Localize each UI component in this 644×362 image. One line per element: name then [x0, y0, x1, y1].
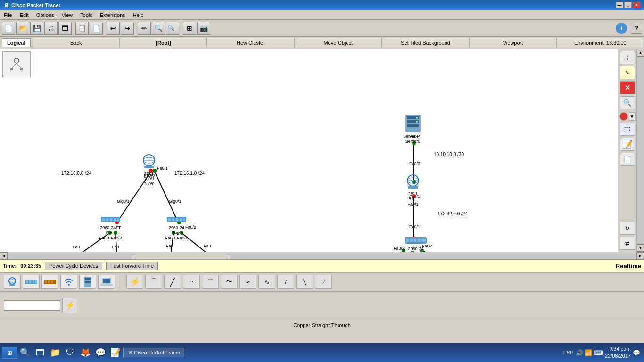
- device-switch-icon[interactable]: [23, 275, 40, 289]
- cable-lightning[interactable]: ⚡: [126, 275, 143, 289]
- flip-btn[interactable]: ⇄: [620, 237, 635, 250]
- nav-move-object[interactable]: Move Object: [295, 38, 382, 48]
- fast-forward-btn[interactable]: Fast Forward Time: [106, 262, 158, 270]
- menu-options[interactable]: Options: [34, 11, 56, 19]
- menu-help[interactable]: Help: [131, 11, 146, 19]
- taskbar-taskview[interactable]: 🗔: [33, 345, 48, 360]
- device-laptop-icon[interactable]: [98, 275, 115, 289]
- port-fa01-r2: Fa0/1: [409, 194, 420, 199]
- nav-environment[interactable]: Environment: 13:30:00: [557, 38, 644, 48]
- taskbar-word[interactable]: 📝: [108, 345, 123, 360]
- taskbar-search[interactable]: 🔍: [17, 345, 33, 360]
- port-fa01-sw2: Fa0/1: [173, 231, 184, 236]
- device-server-icon[interactable]: [79, 275, 96, 289]
- port-fa0-srv: Fa0: [409, 134, 417, 139]
- cable-wavy2[interactable]: ≈: [239, 275, 256, 289]
- select-tool-btn[interactable]: ⊹: [620, 51, 635, 64]
- scroll-track[interactable]: [637, 57, 644, 244]
- taskbar-firefox[interactable]: 🦊: [78, 345, 93, 360]
- annotate-btn[interactable]: ✎: [620, 66, 635, 79]
- toolbar: 📄 📂 💾 🖨 🗔 📋 📄 ↩ ↪ ✏ 🔍 🔍− ⊞ 📷 i ?: [0, 20, 644, 37]
- net-label-172-16-0: 172.16.0.0 /24: [61, 171, 91, 176]
- minimize-button[interactable]: —: [616, 2, 623, 8]
- menu-edit[interactable]: Edit: [18, 11, 31, 19]
- menu-view[interactable]: View: [60, 11, 75, 19]
- notification-btn[interactable]: 💬: [633, 349, 640, 356]
- nav-root[interactable]: [Root]: [120, 38, 207, 48]
- draw-btn[interactable]: ✏: [138, 22, 151, 35]
- port-fa0-l1: Fa0: [112, 245, 119, 249]
- cable-straight[interactable]: ╱: [164, 275, 181, 289]
- delete-btn[interactable]: ✕: [620, 81, 635, 94]
- zoom-out-btn[interactable]: 🔍−: [166, 22, 179, 35]
- copy-btn[interactable]: 📋: [75, 22, 89, 35]
- hscroll-right[interactable]: ►: [636, 252, 644, 260]
- color-dot[interactable]: [619, 112, 628, 121]
- switch1[interactable]: 2960-24TTSw...Fa0/1 Fa0/2: [99, 215, 122, 240]
- taskbar-packet-tracer[interactable]: 🖥 Cisco Packet Tracer: [123, 348, 184, 357]
- cable-curved[interactable]: ⌒: [145, 275, 162, 289]
- menu-file[interactable]: File: [2, 11, 14, 19]
- cable-zigzag[interactable]: ∿: [258, 275, 275, 289]
- cable-dotted[interactable]: ∙∙: [183, 275, 200, 289]
- info-btn[interactable]: i: [616, 23, 627, 34]
- device-hub-icon[interactable]: [41, 275, 58, 289]
- hscroll-thumb[interactable]: [134, 254, 228, 258]
- grid-btn[interactable]: ⊞: [183, 22, 196, 35]
- cable-wavy1[interactable]: 〜: [221, 275, 238, 289]
- svg-point-94: [9, 278, 16, 284]
- device-wireless-icon[interactable]: [60, 275, 77, 289]
- open-btn[interactable]: 📂: [16, 22, 29, 35]
- nav-back[interactable]: Back: [33, 38, 120, 48]
- tab-logical[interactable]: Logical: [2, 38, 31, 47]
- rightpanel: ⊹ ✎ ✕ 🔍 ▼ ⬚ 📝 📄 ↻ ⇄: [618, 49, 636, 252]
- switch2[interactable]: 2960-24Sw...Fa0/1 Fa0/2: [165, 215, 188, 240]
- device-router-icon[interactable]: [4, 275, 21, 289]
- menu-tools[interactable]: Tools: [78, 11, 94, 19]
- start-button[interactable]: ⊞: [2, 347, 17, 359]
- help-btn[interactable]: ?: [631, 23, 642, 34]
- taskbar-explorer[interactable]: 📁: [48, 345, 63, 360]
- cable-dashed-curved[interactable]: ⌒: [202, 275, 219, 289]
- nav-set-tiled-bg[interactable]: Set Tiled Background: [382, 38, 469, 48]
- screenshot-btn[interactable]: 🗔: [58, 22, 72, 35]
- hscroll-track[interactable]: [8, 254, 636, 258]
- cable-search-input[interactable]: [4, 300, 60, 311]
- paste-btn[interactable]: 📄: [90, 22, 103, 35]
- nav-new-cluster[interactable]: New Cluster: [207, 38, 294, 48]
- systray-icons: 🔊 📶 ⌨: [576, 349, 603, 356]
- maximize-button[interactable]: □: [624, 2, 632, 8]
- scroll-up[interactable]: ▲: [637, 49, 644, 57]
- server0[interactable]: Server-PTServer0: [403, 114, 422, 144]
- hscroll-left[interactable]: ◄: [0, 252, 8, 260]
- cable-angled2[interactable]: ╲: [296, 275, 313, 289]
- dashed-select-btn[interactable]: ⬚: [620, 123, 635, 136]
- taskbar-defender[interactable]: 🛡: [63, 345, 78, 360]
- taskbar-discord[interactable]: 💬: [93, 345, 108, 360]
- scroll-down[interactable]: ▼: [637, 244, 644, 252]
- undo-btn[interactable]: ↩: [107, 22, 120, 35]
- cable-diagonal[interactable]: ⟋: [315, 275, 332, 289]
- systray-date: 22/08/2017: [605, 353, 631, 360]
- search-btn[interactable]: 🔍: [620, 96, 635, 109]
- canvas[interactable]: 2811Fa0/1Fa0/0 2960-24TTSw...Fa0/1 Fa0/2: [0, 49, 618, 252]
- menu-extensions[interactable]: Extensions: [98, 11, 127, 19]
- router2[interactable]: 2811Ro...Fa0/1: [404, 174, 422, 206]
- cable-angled1[interactable]: /: [277, 275, 294, 289]
- main-area: 2811Fa0/1Fa0/0 2960-24TTSw...Fa0/1 Fa0/2: [0, 49, 644, 252]
- color-dropdown[interactable]: ▼: [629, 112, 636, 121]
- note-yellow-btn[interactable]: 📝: [620, 138, 635, 151]
- nav-viewport[interactable]: Viewport: [469, 38, 556, 48]
- rotate-btn[interactable]: ↻: [620, 222, 635, 235]
- print-btn[interactable]: 🖨: [44, 22, 58, 35]
- zoom-in-btn[interactable]: 🔍: [152, 22, 165, 35]
- redo-btn[interactable]: ↪: [121, 22, 134, 35]
- camera-btn[interactable]: 📷: [197, 22, 210, 35]
- router1[interactable]: 2811Fa0/1Fa0/0: [140, 154, 158, 186]
- save-btn[interactable]: 💾: [30, 22, 43, 35]
- close-button[interactable]: ✕: [633, 2, 640, 8]
- power-cycle-btn[interactable]: Power Cycle Devices: [45, 262, 102, 270]
- lightning-icon[interactable]: ⚡: [62, 298, 77, 313]
- note-white-btn[interactable]: 📄: [620, 153, 635, 166]
- new-btn[interactable]: 📄: [2, 22, 15, 35]
